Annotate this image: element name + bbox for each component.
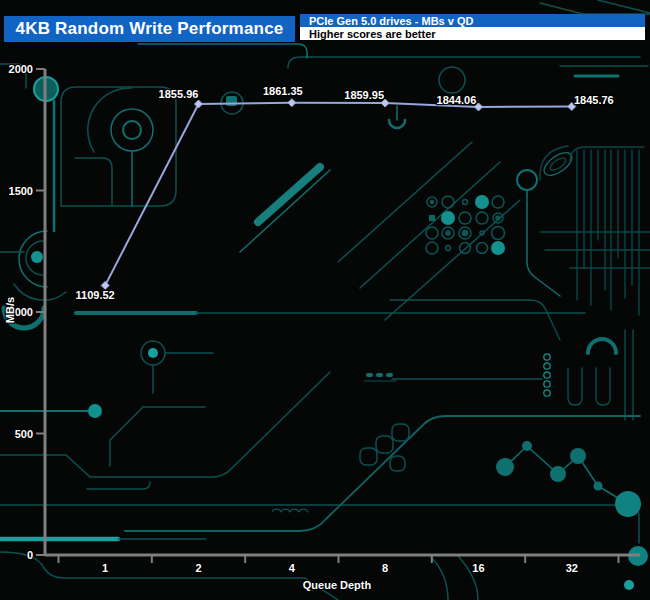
x-tick-label: 8 — [382, 562, 388, 574]
data-point-label: 1855.96 — [159, 88, 199, 100]
y-tick-label: 0 — [27, 549, 33, 561]
x-axis-title: Queue Depth — [303, 579, 372, 591]
data-point-marker — [101, 281, 109, 289]
chart-legend-box: PCIe Gen 5.0 drives - MBs v QD Higher sc… — [300, 14, 645, 40]
data-point-label: 1844.06 — [437, 94, 477, 106]
legend-note-bar: Higher scores are better — [300, 27, 645, 40]
y-axis-title: MB/s — [4, 297, 16, 323]
y-tick-label: 1500 — [9, 185, 33, 197]
data-point-labels: 1109.521855.961861.351859.951844.061845.… — [76, 85, 614, 302]
performance-line-chart: 0500100015002000 12481632 1109.521855.96… — [0, 0, 650, 600]
chart-title-box: 4KB Random Write Performance — [4, 16, 295, 42]
x-tick-label: 16 — [472, 562, 484, 574]
y-tick-label: 500 — [15, 428, 33, 440]
data-point-label: 1861.35 — [263, 85, 303, 97]
data-point-marker — [194, 100, 202, 108]
y-tick-label: 2000 — [9, 63, 33, 75]
x-tick-label: 4 — [289, 562, 296, 574]
x-tick-label: 2 — [195, 562, 201, 574]
data-point-marker — [288, 99, 296, 107]
legend-series-bar: PCIe Gen 5.0 drives - MBs v QD — [300, 14, 645, 27]
x-tick-label: 32 — [566, 562, 578, 574]
data-series-line — [101, 99, 576, 290]
chart-canvas: 4KB Random Write Performance PCIe Gen 5.… — [0, 0, 650, 600]
chart-title: 4KB Random Write Performance — [16, 19, 284, 39]
legend-series-label: PCIe Gen 5.0 drives - MBs v QD — [309, 15, 473, 27]
data-point-label: 1845.76 — [574, 94, 614, 106]
axes — [45, 69, 640, 555]
data-point-label: 1109.52 — [76, 289, 115, 301]
x-axis-ticks: 12481632 — [59, 555, 619, 574]
series-polyline — [105, 103, 572, 286]
legend-note-label: Higher scores are better — [309, 28, 436, 40]
x-tick-label: 1 — [102, 562, 108, 574]
data-point-label: 1859.95 — [344, 89, 384, 101]
